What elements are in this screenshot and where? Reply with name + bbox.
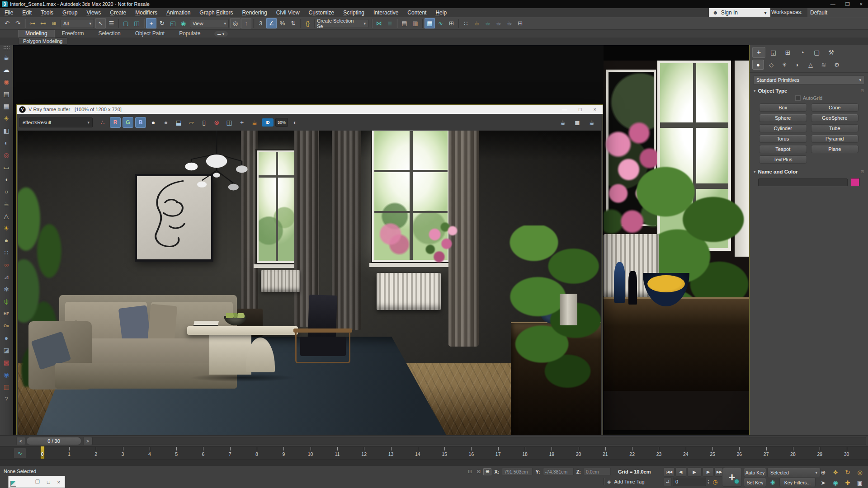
key-selection-dropdown[interactable]: Selected ▾: [767, 468, 821, 477]
region-render-icon[interactable]: ☕: [249, 117, 260, 128]
primitive-button[interactable]: Teapot: [759, 145, 807, 153]
timeline-tick[interactable]: 27: [753, 446, 779, 460]
help-icon[interactable]: ?: [1, 393, 12, 405]
key-mode-toggle[interactable]: ⇄: [664, 477, 672, 486]
primitive-button[interactable]: Cone: [811, 103, 859, 112]
render-window-icon[interactable]: ◉: [1, 75, 12, 88]
timeline-tick[interactable]: 24: [672, 446, 699, 460]
clipper-icon[interactable]: ▩: [1, 356, 12, 368]
plane-light-icon[interactable]: ◖: [1, 173, 12, 185]
lights-btn[interactable]: ☀: [778, 60, 790, 70]
listener-maximize-button[interactable]: □: [47, 479, 50, 485]
menu-item[interactable]: Animation: [162, 8, 195, 17]
copy-clipboard-icon[interactable]: ▯: [198, 117, 209, 128]
menu-item[interactable]: Content: [403, 8, 431, 17]
ribbon-tab[interactable]: Object Paint: [128, 30, 172, 38]
redo-icon[interactable]: ↷: [13, 18, 23, 28]
z-coordinate-field[interactable]: 0.0cm: [584, 468, 611, 475]
menu-item[interactable]: Modifiers: [131, 8, 162, 17]
shapes-btn[interactable]: ◇: [765, 60, 777, 70]
time-configuration-button[interactable]: ◷: [711, 478, 720, 486]
display-tab[interactable]: ▢: [810, 47, 823, 58]
timeline-tick[interactable]: 20: [565, 446, 592, 460]
reference-coordinate-dropdown[interactable]: View ▾: [190, 19, 229, 28]
named-selection-sets-icon[interactable]: {}: [302, 18, 313, 28]
next-frame-arrow[interactable]: >: [83, 437, 92, 445]
orbit-icon[interactable]: ↻: [842, 467, 854, 477]
select-and-move-icon[interactable]: +: [146, 18, 156, 28]
start-render-icon[interactable]: ☕: [586, 117, 597, 128]
shading-icon[interactable]: ◐: [1, 136, 12, 149]
rect-light-icon[interactable]: ▭: [1, 161, 12, 173]
timeline-tick[interactable]: 30: [833, 446, 860, 460]
sign-in-button[interactable]: ☻ Sign In ▾: [709, 8, 770, 17]
helpers-btn[interactable]: △: [805, 60, 816, 70]
sphere-light-icon[interactable]: ○: [1, 185, 12, 197]
timeline-tick[interactable]: 15: [431, 446, 458, 460]
time-slider-track[interactable]: [92, 437, 866, 445]
y-coordinate-field[interactable]: -74.381cm: [543, 468, 574, 475]
sphere-tool-icon[interactable]: ●: [1, 332, 12, 344]
timeline-tick[interactable]: 18: [511, 446, 538, 460]
mesh-light-icon[interactable]: ☕: [1, 197, 12, 210]
curve-editor-icon[interactable]: ∿: [435, 18, 446, 28]
zoom-icon[interactable]: ⊕: [817, 467, 829, 477]
chaos-cloud-icon[interactable]: ☁: [1, 63, 12, 75]
previous-frame-arrow[interactable]: <: [16, 437, 25, 445]
timeline-tick[interactable]: 14: [404, 446, 431, 460]
auto-key-button[interactable]: Auto Key: [744, 468, 766, 477]
percent-snap-icon[interactable]: %: [277, 18, 288, 28]
set-keys-button[interactable]: +: [722, 468, 742, 487]
ies-light-icon[interactable]: △: [1, 210, 12, 222]
mono-channel-icon[interactable]: ●: [160, 117, 171, 128]
play-button[interactable]: ▶: [687, 467, 702, 477]
mirror-icon[interactable]: ⋈: [374, 18, 384, 28]
timeline-tick[interactable]: 2: [83, 446, 109, 460]
primitive-button[interactable]: TextPlus: [759, 155, 807, 164]
rectangular-region-icon[interactable]: ▢: [121, 18, 131, 28]
ribbon-tab[interactable]: Selection: [91, 30, 127, 38]
render-list-icon[interactable]: ▤: [1, 88, 12, 100]
vfb-channel-dropdown[interactable]: effectsResult ▾: [19, 117, 93, 127]
select-link-icon[interactable]: ⊶: [27, 18, 38, 28]
selection-filter-dropdown[interactable]: All ▾: [61, 19, 94, 28]
geometry-btn[interactable]: ●: [752, 60, 764, 70]
menu-item[interactable]: Help: [431, 8, 451, 17]
batch-render-icon[interactable]: ▦: [1, 100, 12, 112]
named-selection-sets-dropdown[interactable]: Create Selection Se ▾: [314, 19, 368, 28]
phys-camera-icon[interactable]: ◪: [1, 344, 12, 356]
rendered-frame-window-icon[interactable]: ☕: [482, 18, 493, 28]
save-image-icon[interactable]: ⬓: [173, 117, 184, 128]
frame-spinner[interactable]: ▲ ▼: [707, 479, 710, 484]
rgb-channels-icon[interactable]: ∴: [97, 117, 108, 128]
camera-lister-icon[interactable]: ◧: [1, 124, 12, 136]
align-icon[interactable]: ≣: [385, 18, 395, 28]
select-and-rotate-icon[interactable]: ↻: [157, 18, 167, 28]
vfb-titlebar[interactable]: V V-Ray frame buffer - [100% of 1280 x 7…: [17, 105, 603, 114]
material-editor-icon[interactable]: ∷: [461, 18, 471, 28]
vray-render-icon[interactable]: ☕: [1, 51, 12, 63]
render-setup-icon[interactable]: ☕: [472, 18, 482, 28]
motion-tab[interactable]: ◔: [796, 47, 809, 58]
select-and-manipulate-icon[interactable]: ↑: [241, 18, 251, 28]
timeline-tick[interactable]: 28: [779, 446, 806, 460]
stop-render-icon[interactable]: ◼: [572, 117, 583, 128]
timeline-tick[interactable]: 1: [56, 446, 82, 460]
ribbon-tab[interactable]: Modeling: [18, 30, 55, 38]
cameras-btn[interactable]: ◗: [792, 60, 803, 70]
menu-item[interactable]: Scripting: [339, 8, 369, 17]
ribbon-tab[interactable]: Populate: [172, 30, 208, 38]
restore-button[interactable]: ❐: [845, 1, 850, 7]
grid-array-icon[interactable]: ∷: [1, 246, 12, 258]
menu-item[interactable]: Tools: [36, 8, 58, 17]
menu-item[interactable]: Customize: [304, 8, 339, 17]
timeline-tick[interactable]: 8: [243, 446, 270, 460]
ribbon-options-button[interactable]: ▬ ▾: [214, 31, 228, 37]
object-type-header[interactable]: ▾ Object Type ⊡: [752, 87, 866, 94]
ribbon-toggle-icon[interactable]: ▦: [425, 18, 435, 28]
timeline-tick[interactable]: 23: [646, 446, 672, 460]
track-mouse-icon[interactable]: +: [236, 117, 247, 128]
primitive-button[interactable]: Box: [759, 103, 807, 112]
x-coordinate-field[interactable]: 791.503cm: [502, 468, 533, 475]
vfb-close-button[interactable]: ×: [594, 107, 596, 112]
